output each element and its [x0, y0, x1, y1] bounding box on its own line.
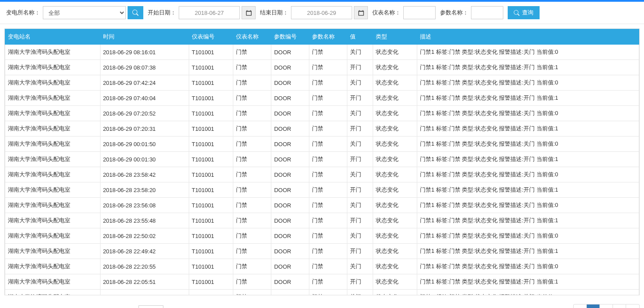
cell-code: T101001	[189, 213, 233, 228]
station-search-button[interactable]	[128, 6, 143, 19]
table-body-scroll[interactable]: 湖南大学渔湾码头配电室2018-06-29 08:16:01T101001门禁D…	[5, 45, 639, 295]
table-row[interactable]: 湖南大学渔湾码头配电室2018-06-28 23:58:20T101001门禁D…	[5, 182, 639, 198]
th-code[interactable]: 仪表编号	[189, 29, 233, 45]
cell-inst: 门禁	[233, 121, 271, 136]
table-row[interactable]: 湖南大学渔湾码头配电室2018-06-28 21:31:32T101001门禁D…	[5, 290, 639, 295]
station-label: 变电所名称：	[6, 9, 40, 17]
table-row[interactable]: 湖南大学渔湾码头配电室2018-06-29 07:42:24T101001门禁D…	[5, 75, 639, 91]
param-label: 参数名称：	[440, 9, 468, 17]
page-link[interactable]: ‹	[574, 304, 587, 308]
cell-inst: 门禁	[233, 75, 271, 91]
table-row[interactable]: 湖南大学渔湾码头配电室2018-06-28 23:55:48T101001门禁D…	[5, 213, 639, 228]
cell-type: 状态变化	[373, 274, 417, 290]
cell-station: 湖南大学渔湾码头配电室	[5, 45, 100, 60]
cell-val: 开门	[347, 182, 373, 198]
data-table-body: 湖南大学渔湾码头配电室2018-06-29 08:16:01T101001门禁D…	[5, 45, 639, 295]
table-row[interactable]: 湖南大学渔湾码头配电室2018-06-29 08:07:38T101001门禁D…	[5, 60, 639, 75]
cell-pname: 门禁	[309, 136, 347, 152]
table-row[interactable]: 湖南大学渔湾码头配电室2018-06-28 22:05:51T101001门禁D…	[5, 274, 639, 290]
cell-pname: 门禁	[309, 152, 347, 167]
th-time[interactable]: 时间	[100, 29, 189, 45]
cell-desc: 门禁1 标签:门禁 类型:状态变化 报警描述:关门 当前值:0	[417, 167, 639, 182]
table-row[interactable]: 湖南大学渔湾码头配电室2018-06-28 23:56:08T101001门禁D…	[5, 198, 639, 213]
cell-station: 湖南大学渔湾码头配电室	[5, 213, 100, 228]
th-desc[interactable]: 描述	[417, 29, 639, 45]
cell-inst: 门禁	[233, 167, 271, 182]
table-row[interactable]: 湖南大学渔湾码头配电室2018-06-29 08:16:01T101001门禁D…	[5, 45, 639, 60]
table-row[interactable]: 湖南大学渔湾码头配电室2018-06-29 00:01:30T101001门禁D…	[5, 152, 639, 167]
station-select[interactable]: 全部	[43, 6, 126, 19]
end-date-input[interactable]	[291, 6, 352, 19]
cell-station: 湖南大学渔湾码头配电室	[5, 290, 100, 295]
cell-pcode: DOOR	[271, 290, 309, 295]
cell-desc: 门禁1 标签:门禁 类型:状态变化 报警描述:开门 当前值:1	[417, 213, 639, 228]
query-button[interactable]: 查询	[508, 6, 540, 19]
cell-desc: 门禁1 标签:门禁 类型:状态变化 报警描述:关门 当前值:0	[417, 136, 639, 152]
pagination: ‹123›	[573, 304, 640, 308]
table-row[interactable]: 湖南大学渔湾码头配电室2018-06-29 00:01:50T101001门禁D…	[5, 136, 639, 152]
table-row[interactable]: 湖南大学渔湾码头配电室2018-06-28 23:58:42T101001门禁D…	[5, 167, 639, 182]
param-input[interactable]	[471, 6, 503, 19]
th-inst[interactable]: 仪表名称	[233, 29, 271, 45]
cell-code: T101001	[189, 106, 233, 121]
th-type[interactable]: 类型	[373, 29, 417, 45]
table-region: 变电站名 时间 仪表编号 仪表名称 参数编号 参数名称 值 类型 描述 湖南大学…	[0, 24, 644, 300]
cell-pcode: DOOR	[271, 60, 309, 75]
page-size-select[interactable]: 50	[138, 305, 163, 308]
cell-desc: 门禁1 标签:门禁 类型:状态变化 报警描述:开门 当前值:1	[417, 91, 639, 106]
cell-station: 湖南大学渔湾码头配电室	[5, 106, 100, 121]
table-row[interactable]: 湖南大学渔湾码头配电室2018-06-28 22:20:55T101001门禁D…	[5, 259, 639, 274]
th-pcode[interactable]: 参数编号	[271, 29, 309, 45]
cell-val: 关门	[347, 259, 373, 274]
table-row[interactable]: 湖南大学渔湾码头配电室2018-06-29 07:20:31T101001门禁D…	[5, 121, 639, 136]
table-row[interactable]: 湖南大学渔湾码头配电室2018-06-28 22:49:42T101001门禁D…	[5, 244, 639, 259]
data-table-header: 变电站名 时间 仪表编号 仪表名称 参数编号 参数名称 值 类型 描述	[5, 29, 639, 45]
cell-pcode: DOOR	[271, 244, 309, 259]
cell-inst: 门禁	[233, 198, 271, 213]
cell-desc: 门禁1 标签:门禁 类型:状态变化 报警描述:开门 当前值:1	[417, 152, 639, 167]
cell-station: 湖南大学渔湾码头配电室	[5, 198, 100, 213]
instrument-input[interactable]	[403, 6, 436, 19]
table-row[interactable]: 湖南大学渔湾码头配电室2018-06-29 07:20:52T101001门禁D…	[5, 106, 639, 121]
cell-pname: 门禁	[309, 274, 347, 290]
th-val[interactable]: 值	[347, 29, 373, 45]
cell-inst: 门禁	[233, 244, 271, 259]
table-footer: 显示第 1 到第 50 条记录，总共 140 条记录 每页显示 50 条记录 ‹…	[0, 300, 644, 308]
cell-val: 开门	[347, 213, 373, 228]
cell-pname: 门禁	[309, 244, 347, 259]
cell-pcode: DOOR	[271, 274, 309, 290]
cell-station: 湖南大学渔湾码头配电室	[5, 182, 100, 198]
cell-pname: 门禁	[309, 259, 347, 274]
cell-type: 状态变化	[373, 167, 417, 182]
cell-station: 湖南大学渔湾码头配电室	[5, 167, 100, 182]
cell-pname: 门禁	[309, 228, 347, 244]
cell-type: 状态变化	[373, 45, 417, 60]
cell-type: 状态变化	[373, 121, 417, 136]
page-link[interactable]: ›	[626, 304, 639, 308]
cell-pname: 门禁	[309, 182, 347, 198]
cell-val: 关门	[347, 228, 373, 244]
cell-desc: 门禁1 标签:门禁 类型:状态变化 报警描述:关门 当前值:0	[417, 228, 639, 244]
cell-type: 状态变化	[373, 228, 417, 244]
start-date-input[interactable]	[179, 6, 240, 19]
cell-time: 2018-06-28 22:49:42	[100, 244, 189, 259]
cell-type: 状态变化	[373, 182, 417, 198]
cell-pname: 门禁	[309, 106, 347, 121]
table-row[interactable]: 湖南大学渔湾码头配电室2018-06-28 22:50:02T101001门禁D…	[5, 228, 639, 244]
cell-desc: 门禁1 标签:门禁 类型:状态变化 报警描述:开门 当前值:1	[417, 60, 639, 75]
cell-code: T101001	[189, 244, 233, 259]
cell-time: 2018-06-28 23:55:48	[100, 213, 189, 228]
th-pname[interactable]: 参数名称	[309, 29, 347, 45]
page-link[interactable]: 1	[587, 304, 600, 308]
cell-station: 湖南大学渔湾码头配电室	[5, 91, 100, 106]
page-link[interactable]: 3	[613, 304, 626, 308]
cell-inst: 门禁	[233, 91, 271, 106]
start-date-calendar-button[interactable]	[242, 6, 256, 19]
cell-time: 2018-06-28 22:50:02	[100, 228, 189, 244]
page-link[interactable]: 2	[600, 304, 613, 308]
th-station[interactable]: 变电站名	[5, 29, 100, 45]
end-date-calendar-button[interactable]	[354, 6, 368, 19]
cell-inst: 门禁	[233, 182, 271, 198]
table-row[interactable]: 湖南大学渔湾码头配电室2018-06-29 07:40:04T101001门禁D…	[5, 91, 639, 106]
start-date-label: 开始日期：	[148, 9, 176, 17]
